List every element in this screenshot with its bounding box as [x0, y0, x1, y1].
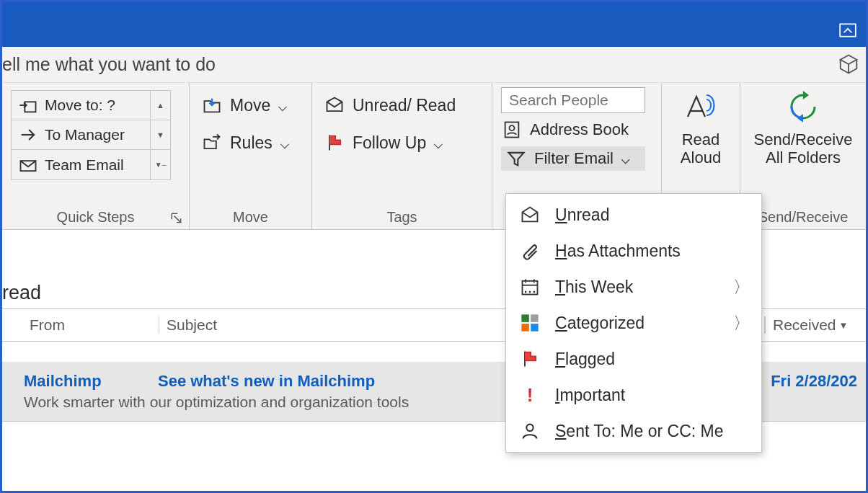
envelope-open-icon	[519, 204, 541, 226]
filter-email-menu: Unread Has Attachments This Week 〉 Categ…	[505, 193, 762, 453]
menu-label: Flagged	[555, 350, 615, 369]
important-icon: !	[519, 384, 541, 406]
group-caption-quicksteps: Quick Steps	[2, 205, 189, 229]
group-caption-tags: Tags	[386, 209, 417, 226]
read-aloud-icon	[683, 87, 718, 126]
flag-icon	[324, 132, 345, 154]
svg-point-4	[510, 125, 515, 130]
arrow-into-folder-icon	[17, 94, 39, 116]
group-caption-move: Move	[233, 209, 268, 226]
categories-icon	[519, 312, 541, 334]
svg-point-10	[526, 425, 533, 431]
quick-steps-list: Move to: ? ▲ To Manager ▼	[11, 90, 171, 180]
envelope-icon	[324, 94, 345, 116]
quick-steps-scroll-up[interactable]: ▲	[151, 91, 170, 120]
send-receive-all-button[interactable]: Send/ReceiveAll Folders	[740, 83, 866, 167]
message-from: Mailchimp	[24, 372, 158, 391]
svg-rect-7	[531, 314, 539, 322]
svg-rect-8	[521, 324, 529, 332]
menu-label: Categorized	[555, 314, 645, 333]
svg-rect-9	[531, 324, 539, 332]
header-from[interactable]: From	[22, 316, 159, 334]
filter-flagged[interactable]: Flagged	[506, 341, 761, 377]
move-button[interactable]: Move ⌵	[198, 93, 293, 117]
quick-steps-dialog-launcher-icon[interactable]	[170, 212, 183, 225]
calendar-icon	[519, 276, 541, 298]
filter-email-button[interactable]: Filter Email ⌵	[501, 146, 645, 171]
address-book-icon	[501, 119, 523, 141]
paperclip-icon	[519, 240, 541, 262]
filter-sent-to-me[interactable]: Sent To: Me or CC: Me	[506, 413, 761, 449]
title-bar	[2, 2, 866, 47]
svg-rect-1	[25, 102, 35, 112]
forward-icon	[17, 124, 39, 146]
quick-step-move-to[interactable]: Move to: ?	[12, 94, 150, 116]
quick-steps-more[interactable]: ▼_	[151, 150, 170, 179]
unread-read-button[interactable]: Unread/ Read	[321, 93, 459, 117]
message-subject: See what's new in Mailchimp	[158, 372, 375, 391]
funnel-icon	[505, 148, 527, 169]
filter-has-attachments[interactable]: Has Attachments	[506, 233, 761, 269]
flag-icon	[519, 348, 541, 370]
svg-rect-6	[521, 314, 529, 322]
menu-label: This Week	[555, 277, 633, 297]
ribbon-collapse-icon[interactable]	[838, 21, 857, 40]
menu-label: Unread	[555, 205, 609, 225]
team-email-icon	[17, 154, 39, 176]
tell-me-box[interactable]: ell me what you want to do	[2, 47, 866, 83]
sort-desc-icon: ▼	[839, 320, 849, 331]
filter-important[interactable]: ! Important	[506, 377, 761, 413]
header-received[interactable]: Received ▼	[765, 316, 866, 334]
addins-cube-icon[interactable]	[836, 51, 862, 77]
menu-label: Sent To: Me or CC: Me	[555, 422, 724, 441]
quick-steps-scroll-down[interactable]: ▼	[151, 120, 170, 149]
submenu-chevron-icon: 〉	[733, 312, 750, 334]
filter-this-week[interactable]: This Week 〉	[506, 269, 761, 305]
rules-icon	[201, 132, 223, 154]
submenu-chevron-icon: 〉	[733, 276, 750, 298]
address-book-button[interactable]: Address Book	[501, 119, 645, 141]
chevron-down-icon: ⌵	[278, 96, 288, 115]
filter-categorized[interactable]: Categorized 〉	[506, 305, 761, 341]
group-move: Move ⌵ Rules ⌵ Move	[190, 83, 312, 229]
move-to-folder-icon	[201, 94, 223, 116]
sync-icon	[786, 87, 820, 126]
menu-label: Has Attachments	[555, 241, 681, 261]
follow-up-button[interactable]: Follow Up ⌵	[321, 130, 459, 155]
rules-button[interactable]: Rules ⌵	[198, 130, 293, 155]
chevron-down-icon: ⌵	[621, 149, 630, 168]
svg-rect-3	[505, 123, 519, 138]
person-icon	[519, 420, 541, 442]
group-tags: Unread/ Read Follow Up ⌵ Tags	[312, 83, 492, 229]
group-caption-sendreceive: Send/Receive	[758, 209, 849, 226]
filter-unread[interactable]: Unread	[506, 197, 761, 233]
read-aloud-button[interactable]: ReadAloud	[662, 83, 740, 167]
group-quick-steps: Move to: ? ▲ To Manager ▼	[2, 83, 190, 229]
message-date: Fri 2/28/202	[771, 372, 857, 391]
menu-label: Important	[555, 386, 625, 405]
tell-me-text: ell me what you want to do	[2, 54, 216, 75]
search-people-input[interactable]	[501, 87, 645, 113]
svg-rect-0	[840, 24, 856, 36]
chevron-down-icon: ⌵	[433, 133, 443, 153]
chevron-down-icon: ⌵	[280, 133, 290, 153]
quick-step-team-email[interactable]: Team Email	[12, 154, 150, 176]
quick-step-to-manager[interactable]: To Manager	[12, 124, 150, 146]
